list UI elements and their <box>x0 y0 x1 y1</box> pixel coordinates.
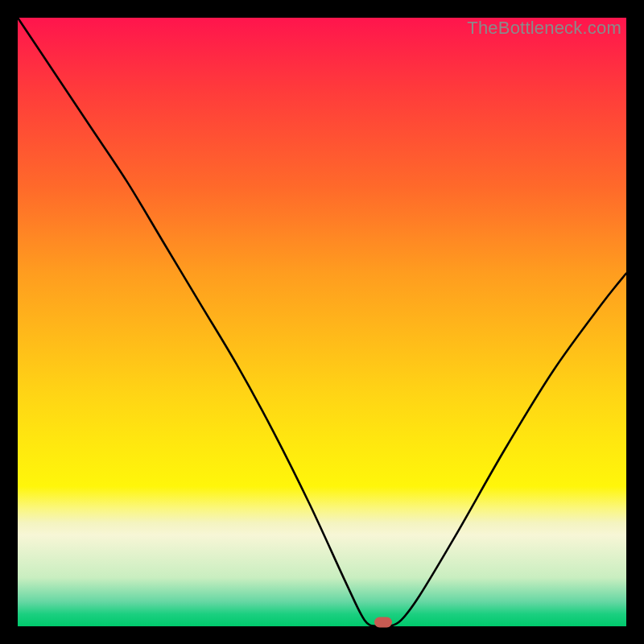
minimum-marker <box>374 617 392 628</box>
bottleneck-curve <box>18 18 626 626</box>
plot-area: TheBottleneck.com <box>18 18 626 626</box>
chart-frame: TheBottleneck.com <box>0 0 644 644</box>
